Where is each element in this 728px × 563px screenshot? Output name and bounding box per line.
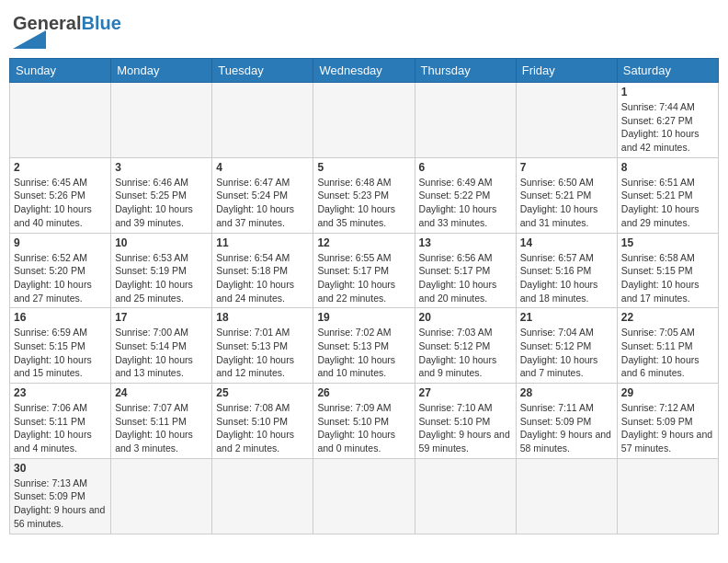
day-info: Sunrise: 6:57 AMSunset: 5:16 PMDaylight:… <box>520 251 613 305</box>
calendar-cell: 15Sunrise: 6:58 AMSunset: 5:15 PMDayligh… <box>617 233 718 308</box>
calendar-cell: 22Sunrise: 7:05 AMSunset: 5:11 PMDayligh… <box>617 308 718 384</box>
calendar-cell: 25Sunrise: 7:08 AMSunset: 5:10 PMDayligh… <box>212 384 313 459</box>
calendar-cell: 30Sunrise: 7:13 AMSunset: 5:09 PMDayligh… <box>10 458 111 534</box>
day-info: Sunrise: 7:12 AMSunset: 5:09 PMDaylight:… <box>621 401 714 455</box>
calendar-cell: 27Sunrise: 7:10 AMSunset: 5:10 PMDayligh… <box>415 384 516 459</box>
weekday-header-tuesday: Tuesday <box>212 59 313 83</box>
day-info: Sunrise: 6:47 AMSunset: 5:24 PMDaylight:… <box>216 176 309 230</box>
calendar-week-row: 16Sunrise: 6:59 AMSunset: 5:15 PMDayligh… <box>10 308 719 384</box>
day-info: Sunrise: 6:59 AMSunset: 5:15 PMDaylight:… <box>14 326 107 380</box>
calendar-cell: 11Sunrise: 6:54 AMSunset: 5:18 PMDayligh… <box>212 233 313 308</box>
calendar-cell: 14Sunrise: 6:57 AMSunset: 5:16 PMDayligh… <box>516 233 617 308</box>
day-number: 27 <box>419 386 512 399</box>
logo-blue-text: Blue <box>81 13 120 34</box>
weekday-header-monday: Monday <box>111 59 212 83</box>
day-number: 20 <box>419 311 512 324</box>
calendar-cell <box>212 83 313 158</box>
day-info: Sunrise: 6:45 AMSunset: 5:26 PMDaylight:… <box>14 176 107 230</box>
calendar-week-row: 30Sunrise: 7:13 AMSunset: 5:09 PMDayligh… <box>10 458 719 534</box>
day-info: Sunrise: 6:46 AMSunset: 5:25 PMDaylight:… <box>115 176 208 230</box>
calendar-cell: 5Sunrise: 6:48 AMSunset: 5:23 PMDaylight… <box>313 157 415 233</box>
svg-marker-0 <box>13 30 46 49</box>
day-info: Sunrise: 6:50 AMSunset: 5:21 PMDaylight:… <box>520 176 613 230</box>
day-number: 7 <box>520 161 613 174</box>
day-number: 14 <box>520 236 613 249</box>
day-number: 3 <box>115 161 208 174</box>
day-info: Sunrise: 6:48 AMSunset: 5:23 PMDaylight:… <box>317 176 410 230</box>
day-number: 21 <box>520 311 613 324</box>
day-number: 18 <box>216 311 309 324</box>
logo: General Blue <box>13 13 121 49</box>
calendar-cell: 17Sunrise: 7:00 AMSunset: 5:14 PMDayligh… <box>111 308 212 384</box>
day-info: Sunrise: 7:05 AMSunset: 5:11 PMDaylight:… <box>621 326 714 380</box>
day-info: Sunrise: 7:44 AMSunset: 6:27 PMDaylight:… <box>621 100 714 155</box>
day-info: Sunrise: 7:08 AMSunset: 5:10 PMDaylight:… <box>216 401 309 455</box>
calendar-cell: 24Sunrise: 7:07 AMSunset: 5:11 PMDayligh… <box>111 384 212 459</box>
weekday-header-wednesday: Wednesday <box>313 59 415 83</box>
weekday-header-row: SundayMondayTuesdayWednesdayThursdayFrid… <box>10 59 719 83</box>
calendar-week-row: 9Sunrise: 6:52 AMSunset: 5:20 PMDaylight… <box>10 233 719 308</box>
day-number: 28 <box>520 386 613 399</box>
day-number: 15 <box>621 236 714 249</box>
day-number: 12 <box>317 236 410 249</box>
day-info: Sunrise: 6:55 AMSunset: 5:17 PMDaylight:… <box>317 251 410 305</box>
calendar-table: SundayMondayTuesdayWednesdayThursdayFrid… <box>9 58 719 534</box>
day-number: 2 <box>14 161 107 174</box>
calendar-cell: 23Sunrise: 7:06 AMSunset: 5:11 PMDayligh… <box>10 384 111 459</box>
calendar-cell: 29Sunrise: 7:12 AMSunset: 5:09 PMDayligh… <box>617 384 718 459</box>
calendar-cell: 1Sunrise: 7:44 AMSunset: 6:27 PMDaylight… <box>617 83 718 158</box>
calendar-cell <box>516 83 617 158</box>
day-info: Sunrise: 6:54 AMSunset: 5:18 PMDaylight:… <box>216 251 309 305</box>
calendar-cell: 3Sunrise: 6:46 AMSunset: 5:25 PMDaylight… <box>111 157 212 233</box>
calendar-cell <box>415 458 516 534</box>
day-info: Sunrise: 7:10 AMSunset: 5:10 PMDaylight:… <box>419 401 512 455</box>
calendar-cell: 10Sunrise: 6:53 AMSunset: 5:19 PMDayligh… <box>111 233 212 308</box>
day-number: 10 <box>115 236 208 249</box>
calendar-cell <box>313 458 415 534</box>
day-number: 11 <box>216 236 309 249</box>
day-info: Sunrise: 6:58 AMSunset: 5:15 PMDaylight:… <box>621 251 714 305</box>
weekday-header-thursday: Thursday <box>415 59 516 83</box>
weekday-header-saturday: Saturday <box>617 59 718 83</box>
day-info: Sunrise: 6:52 AMSunset: 5:20 PMDaylight:… <box>14 251 107 305</box>
calendar-cell <box>111 458 212 534</box>
weekday-header-sunday: Sunday <box>10 59 111 83</box>
calendar-cell <box>313 83 415 158</box>
day-info: Sunrise: 7:01 AMSunset: 5:13 PMDaylight:… <box>216 326 309 380</box>
day-info: Sunrise: 7:02 AMSunset: 5:13 PMDaylight:… <box>317 326 410 380</box>
calendar-cell <box>212 458 313 534</box>
day-number: 6 <box>419 161 512 174</box>
page-header: General Blue <box>9 9 719 52</box>
calendar-cell <box>111 83 212 158</box>
calendar-cell: 7Sunrise: 6:50 AMSunset: 5:21 PMDaylight… <box>516 157 617 233</box>
day-number: 4 <box>216 161 309 174</box>
calendar-week-row: 1Sunrise: 7:44 AMSunset: 6:27 PMDaylight… <box>10 83 719 158</box>
day-number: 1 <box>621 86 714 98</box>
day-info: Sunrise: 7:03 AMSunset: 5:12 PMDaylight:… <box>419 326 512 380</box>
calendar-cell: 16Sunrise: 6:59 AMSunset: 5:15 PMDayligh… <box>10 308 111 384</box>
calendar-week-row: 2Sunrise: 6:45 AMSunset: 5:26 PMDaylight… <box>10 157 719 233</box>
day-number: 13 <box>419 236 512 249</box>
day-number: 16 <box>14 311 107 324</box>
day-number: 30 <box>14 462 107 475</box>
calendar-cell: 9Sunrise: 6:52 AMSunset: 5:20 PMDaylight… <box>10 233 111 308</box>
day-number: 8 <box>621 161 714 174</box>
day-info: Sunrise: 6:56 AMSunset: 5:17 PMDaylight:… <box>419 251 512 305</box>
day-number: 5 <box>317 161 410 174</box>
day-number: 23 <box>14 386 107 399</box>
day-info: Sunrise: 6:51 AMSunset: 5:21 PMDaylight:… <box>621 176 714 230</box>
day-info: Sunrise: 7:04 AMSunset: 5:12 PMDaylight:… <box>520 326 613 380</box>
day-info: Sunrise: 6:49 AMSunset: 5:22 PMDaylight:… <box>419 176 512 230</box>
logo-triangle-icon <box>13 30 46 49</box>
calendar-cell: 21Sunrise: 7:04 AMSunset: 5:12 PMDayligh… <box>516 308 617 384</box>
day-info: Sunrise: 7:13 AMSunset: 5:09 PMDaylight:… <box>14 477 107 531</box>
calendar-cell: 6Sunrise: 6:49 AMSunset: 5:22 PMDaylight… <box>415 157 516 233</box>
day-number: 22 <box>621 311 714 324</box>
calendar-cell: 12Sunrise: 6:55 AMSunset: 5:17 PMDayligh… <box>313 233 415 308</box>
day-number: 17 <box>115 311 208 324</box>
day-number: 24 <box>115 386 208 399</box>
calendar-cell: 2Sunrise: 6:45 AMSunset: 5:26 PMDaylight… <box>10 157 111 233</box>
day-number: 29 <box>621 386 714 399</box>
calendar-cell: 4Sunrise: 6:47 AMSunset: 5:24 PMDaylight… <box>212 157 313 233</box>
day-number: 26 <box>317 386 410 399</box>
